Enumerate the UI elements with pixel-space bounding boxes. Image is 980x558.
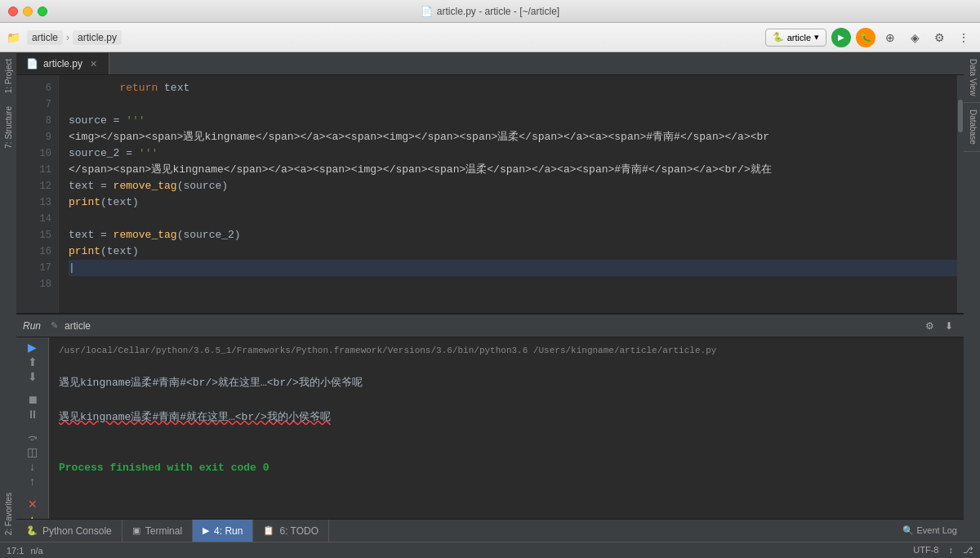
- bottom-panel: Run ✎ article ⚙ ⬇ ▶ ⬆ ⬇ ⏹: [16, 313, 964, 542]
- breadcrumb-label: article: [32, 32, 58, 43]
- bottom-toolbar: Run ✎ article ⚙ ⬇: [16, 315, 964, 337]
- breadcrumb-file-label: article.py: [78, 32, 117, 43]
- terminal-label: Terminal: [145, 525, 182, 537]
- down-icon[interactable]: ⬇: [20, 370, 46, 383]
- run-output: /usr/local/Cellar/python/3.6.5_1/Framewo…: [49, 337, 964, 519]
- run-button[interactable]: ▶: [831, 28, 851, 47]
- main-toolbar: 📁 article › article.py 🐍 article ▾ ▶ 🐛 ⊕…: [0, 23, 980, 52]
- output-line-2: 遇见kingname温柔#青南#就在这里…<br/>我的小侯爷呢: [59, 409, 954, 426]
- code-editor[interactable]: 6 7 8 9 10 11 12 13 14 15 16 17 18: [16, 75, 964, 313]
- project-selector[interactable]: 🐍 article ▾: [765, 29, 826, 47]
- up-icon[interactable]: ⬆: [20, 355, 46, 368]
- code-line-17: |: [69, 260, 957, 276]
- step-into-icon[interactable]: ↓: [20, 460, 46, 473]
- code-line-14: [69, 211, 957, 227]
- line-12: 12: [16, 178, 51, 194]
- profile-button[interactable]: ◈: [905, 28, 924, 47]
- code-line-9: <img></span><span>遇见kingname</span></a><…: [69, 129, 957, 145]
- run-icon[interactable]: ▶: [20, 341, 46, 354]
- code-content: return text source = ''' <img></span><sp…: [59, 75, 957, 313]
- code-line-18: [69, 276, 957, 292]
- settings-icon[interactable]: ⚙: [921, 318, 938, 334]
- maximize-button[interactable]: [38, 7, 47, 16]
- folder-icon: 📁: [7, 31, 20, 44]
- line-10: 10: [16, 145, 51, 162]
- event-log-label: Event Log: [916, 525, 957, 535]
- code-line-7: [69, 96, 957, 113]
- status-right: 🔍 Event Log: [902, 525, 964, 536]
- download-icon[interactable]: ⬇: [941, 318, 957, 334]
- tab-python-console[interactable]: 🐍 Python Console: [16, 520, 122, 542]
- breadcrumb-separator: ›: [66, 32, 69, 43]
- tab-icon: 📄: [26, 58, 38, 69]
- code-line-15: text = remove_tag(source_2): [69, 227, 957, 243]
- todo-icon: 📋: [263, 525, 274, 536]
- python-console-label: Python Console: [42, 525, 112, 537]
- pause-icon[interactable]: ⏸: [20, 408, 46, 421]
- tab-close-button[interactable]: ✕: [87, 58, 99, 69]
- rerun-icon[interactable]: ⤼: [20, 431, 46, 444]
- scrollbar-thumb[interactable]: [958, 100, 963, 132]
- tab-run[interactable]: ▶ 4: Run: [193, 520, 253, 542]
- event-log[interactable]: 🔍 Event Log: [902, 525, 957, 536]
- sidebar-item-structure[interactable]: 7: Structure: [2, 100, 16, 155]
- code-line-11: </span><span>遇见kingname</span></a><a><sp…: [69, 162, 957, 178]
- far-right-panels: Data View Database: [964, 52, 980, 542]
- title-file-icon: 📄: [421, 6, 433, 17]
- close-button[interactable]: [8, 7, 18, 16]
- data-view-tab[interactable]: Data View: [964, 52, 980, 103]
- debug-button[interactable]: 🐛: [856, 28, 875, 47]
- output-exit-line: Process finished with exit code 0: [59, 460, 954, 477]
- terminal-icon: ▣: [132, 525, 140, 536]
- tab-label: article.py: [43, 58, 82, 69]
- line-13: 13: [16, 194, 51, 211]
- settings-button[interactable]: ⚙: [929, 28, 949, 47]
- dropdown-arrow: ▾: [814, 32, 819, 42]
- breadcrumb-file[interactable]: article.py: [73, 30, 122, 45]
- line-15: 15: [16, 227, 51, 243]
- database-tab[interactable]: Database: [964, 103, 980, 152]
- tab-terminal[interactable]: ▣ Terminal: [122, 520, 193, 542]
- run-tab-name: article: [65, 320, 91, 332]
- editor-container: 📄 article.py ✕ 6 7 8 9 10 11 12 13 14: [16, 52, 964, 542]
- status-bar-right: UTF-8 ↕ ⎇: [913, 545, 973, 556]
- status-position: 17:1: [7, 546, 24, 556]
- search-status-icon: 🔍: [902, 525, 914, 535]
- output-line-1: 遇见kingname温柔#青南#<br/>就在这里…<br/>我的小侯爷呢: [59, 375, 954, 392]
- code-line-16: print(text): [69, 243, 957, 260]
- python-icon: 🐍: [773, 32, 784, 42]
- stop-icon[interactable]: ⏹: [20, 393, 46, 406]
- minimize-button[interactable]: [23, 7, 33, 16]
- frame-icon[interactable]: ◫: [20, 445, 46, 458]
- code-line-8: source = ''': [69, 113, 957, 129]
- line-14: 14: [16, 211, 51, 227]
- close-run-icon[interactable]: ✕: [20, 498, 46, 511]
- line-18: 18: [16, 276, 51, 292]
- line-9: 9: [16, 129, 51, 145]
- code-line-6: return text: [69, 80, 957, 96]
- sidebar-item-project[interactable]: 1: Project: [2, 52, 16, 100]
- line-17: 17: [16, 260, 51, 276]
- status-encoding: UTF-8: [913, 545, 938, 556]
- step-out-icon[interactable]: ↑: [20, 475, 46, 488]
- sidebar-item-favorites[interactable]: 2: Favorites: [2, 486, 16, 542]
- tab-todo[interactable]: 📋 6: TODO: [253, 520, 329, 542]
- status-linesep: ↕: [949, 545, 954, 556]
- run-label: Run: [23, 320, 41, 332]
- more-button[interactable]: ⋮: [954, 28, 973, 47]
- traffic-lights: [8, 7, 47, 16]
- main-area: 1: Project 7: Structure 2: Favorites 📄 a…: [0, 52, 980, 542]
- breadcrumb-article[interactable]: article: [27, 30, 63, 45]
- tab-article-py[interactable]: 📄 article.py ✕: [16, 53, 109, 74]
- bottom-toolbar-right: ⚙ ⬇: [921, 318, 957, 334]
- todo-label: 6: TODO: [279, 525, 318, 537]
- code-line-13: print(text): [69, 194, 957, 211]
- line-16: 16: [16, 243, 51, 260]
- breadcrumb: 📁 article › article.py: [7, 30, 122, 45]
- line-6: 6: [16, 80, 51, 96]
- coverage-button[interactable]: ⊕: [880, 28, 900, 47]
- window-title: article.py - article - [~/article]: [437, 6, 559, 17]
- line-numbers: 6 7 8 9 10 11 12 13 14 15 16 17 18: [16, 75, 59, 313]
- project-name: article: [787, 33, 811, 42]
- editor-scrollbar[interactable]: [957, 75, 964, 313]
